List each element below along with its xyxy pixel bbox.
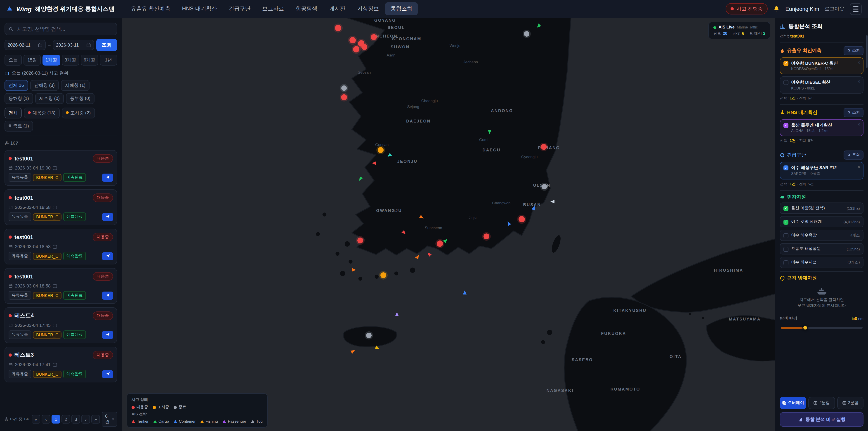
status-filter-chip[interactable]: 전체	[4, 107, 22, 118]
logout-button[interactable]: 로그아웃	[825, 5, 844, 12]
incident-marker[interactable]	[341, 86, 347, 91]
analysis-item-card[interactable]: ✓여수 해상구난 SAR #12SAROPS · 수색중×	[780, 162, 864, 180]
incident-marker[interactable]	[358, 237, 363, 243]
map-canvas[interactable]: GOYANGSEOULINCHEONSEONGNAMSUWONWonjuAsan…	[122, 18, 775, 431]
date-from-input[interactable]: 2026-02-11	[4, 40, 46, 50]
quick-range-button[interactable]: 1년	[100, 55, 117, 65]
spill-query-button[interactable]: 조회	[844, 46, 864, 55]
quick-range-button[interactable]: 15일	[24, 55, 41, 65]
quick-range-button[interactable]: 6개월	[81, 55, 98, 65]
item-checkbox[interactable]: ✓	[783, 220, 788, 225]
item-checkbox[interactable]: ✓	[783, 165, 788, 171]
notifications-bell-icon[interactable]	[773, 5, 780, 12]
menu-toggle-button[interactable]	[850, 3, 862, 15]
status-filter-chip[interactable]: 조사중 (2)	[62, 107, 95, 118]
incident-marker[interactable]	[335, 25, 341, 31]
quick-range-button[interactable]: 1개월	[43, 55, 60, 65]
hns-query-button[interactable]: 조회	[844, 108, 864, 117]
next-page-button[interactable]: ›	[82, 415, 90, 424]
incident-card[interactable]: 테스트3대응중2026-03-04 17:41유류유출BUNKER_C예측완료	[4, 347, 117, 382]
quick-range-button[interactable]: 3개월	[62, 55, 79, 65]
region-filter-chip[interactable]: 동해청 (1)	[4, 93, 33, 104]
page-button[interactable]: 3	[72, 415, 80, 424]
nav-item[interactable]: 통합조회	[385, 2, 418, 16]
search-input[interactable]	[16, 26, 113, 32]
date-query-button[interactable]: 조회	[96, 39, 117, 51]
nav-item[interactable]: HNS·대기확산	[177, 2, 222, 16]
sensitive-resource-row[interactable]: 오동도 해상공원(125ha)	[780, 243, 864, 255]
scrollbar[interactable]	[866, 35, 868, 68]
incident-card[interactable]: test001대응중2026-03-04 18:58유류유출BUNKER_C예측…	[4, 189, 117, 225]
incident-marker[interactable]	[353, 46, 360, 52]
incident-marker[interactable]	[366, 333, 372, 338]
incident-marker[interactable]	[437, 241, 443, 247]
region-filter-chip[interactable]: 서해청 (1)	[61, 80, 90, 91]
item-checkbox[interactable]: ✓	[783, 61, 788, 66]
map-locate-button[interactable]	[102, 291, 113, 300]
region-filter-chip[interactable]: 전체 16	[4, 80, 28, 91]
last-page-button[interactable]: »	[92, 415, 100, 424]
sensitive-resource-row[interactable]: 여수 해수욕장3개소	[780, 230, 864, 241]
incident-card[interactable]: test001대응중2026-03-04 19:00유류유출BUNKER_C예측…	[4, 150, 117, 186]
incident-marker[interactable]	[341, 94, 347, 100]
incident-marker[interactable]	[524, 31, 530, 36]
item-checkbox[interactable]	[783, 260, 788, 265]
first-page-button[interactable]: «	[32, 415, 40, 424]
incident-active-badge[interactable]: 사고 진행중	[725, 3, 768, 14]
close-icon[interactable]: ×	[857, 79, 860, 84]
split-2-view-button[interactable]: 2분할	[809, 397, 835, 409]
incident-marker[interactable]	[380, 272, 386, 278]
prev-page-button[interactable]: ‹	[42, 415, 51, 424]
region-filter-chip[interactable]: 남해청 (3)	[30, 80, 59, 91]
ship-marker[interactable]	[488, 130, 491, 134]
sensitive-resource-row[interactable]: 여수 취수시설(3개소)	[780, 257, 864, 268]
incident-marker[interactable]	[371, 34, 377, 40]
incident-marker[interactable]	[542, 184, 547, 189]
map-locate-button[interactable]	[102, 252, 113, 260]
nav-item[interactable]: 게시판	[324, 2, 351, 16]
nav-item[interactable]: 기상정보	[352, 2, 384, 16]
nav-item[interactable]: 긴급구난	[223, 2, 256, 16]
nav-item[interactable]: 보고자료	[257, 2, 289, 16]
split-3-view-button[interactable]: 3분할	[837, 397, 864, 409]
page-button[interactable]: 1	[52, 415, 60, 424]
sensitive-resource-row[interactable]: ✓여수 갯벌 생태계(4,013ha)	[780, 216, 864, 227]
page-size-select[interactable]: 6건 ▾	[102, 412, 117, 427]
item-checkbox[interactable]	[783, 233, 788, 238]
quick-range-button[interactable]: 오늘	[4, 55, 22, 65]
status-filter-chip[interactable]: 종료 (1)	[4, 121, 33, 131]
incident-marker[interactable]	[361, 44, 367, 50]
incident-marker[interactable]	[541, 144, 547, 150]
map-locate-button[interactable]	[102, 173, 113, 182]
region-filter-chip[interactable]: 중부청 (0)	[66, 93, 94, 104]
incident-card[interactable]: test001대응중2026-03-04 18:58유류유출BUNKER_C예측…	[4, 268, 117, 304]
nav-item[interactable]: 유출유 확산예측	[125, 2, 176, 16]
incident-marker[interactable]	[518, 216, 525, 222]
map-locate-button[interactable]	[102, 370, 113, 378]
ship-marker[interactable]	[395, 312, 399, 316]
status-filter-chip[interactable]: 대응중 (13)	[24, 107, 59, 118]
page-button[interactable]: 2	[62, 415, 70, 424]
overlay-view-button[interactable]: 오버레이	[780, 397, 806, 409]
incident-card[interactable]: test001대응중2026-03-04 18:58유류유출BUNKER_C예측…	[4, 229, 117, 265]
date-to-input[interactable]: 2026-03-11	[53, 40, 94, 50]
ship-marker[interactable]	[372, 161, 376, 165]
run-analysis-button[interactable]: 통합 분석 비교 실행	[780, 412, 864, 427]
map-locate-button[interactable]	[102, 331, 113, 339]
incident-marker[interactable]	[484, 233, 489, 239]
ship-marker[interactable]	[463, 290, 467, 295]
item-checkbox[interactable]	[783, 247, 788, 252]
ship-marker[interactable]	[550, 200, 554, 204]
incident-marker[interactable]	[378, 147, 383, 153]
incident-marker[interactable]	[349, 37, 355, 43]
close-icon[interactable]: ×	[857, 121, 860, 127]
close-icon[interactable]: ×	[857, 164, 860, 170]
item-checkbox[interactable]: ✓	[783, 206, 788, 211]
radius-slider[interactable]	[781, 327, 863, 329]
ship-marker[interactable]	[352, 268, 356, 271]
sar-query-button[interactable]: 조회	[844, 151, 864, 160]
map-locate-button[interactable]	[102, 213, 113, 221]
region-filter-chip[interactable]: 제주청 (0)	[35, 93, 64, 104]
analysis-item-card[interactable]: 여수항 DIESEL 확산KODPS · 80kL×	[780, 76, 864, 94]
analysis-item-card[interactable]: ✓여수항 BUNKER-C 확산KODPS×OpenDrift · 150kL×	[780, 57, 864, 74]
